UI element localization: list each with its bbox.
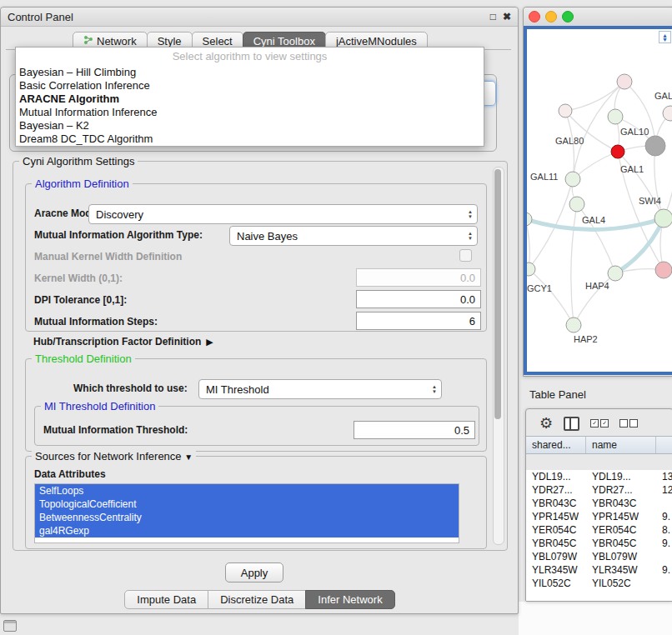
network-node[interactable] <box>559 104 572 118</box>
zoom-traffic-icon[interactable] <box>562 11 574 22</box>
network-node[interactable] <box>645 136 665 156</box>
network-edge[interactable] <box>527 219 529 269</box>
mi-threshold-field[interactable]: 0.5 <box>354 421 475 439</box>
table-cell: YDR27... <box>586 484 656 496</box>
network-node[interactable] <box>617 74 632 89</box>
algorithm-item[interactable]: Dream8 DC_TDC Algorithm <box>16 132 484 146</box>
table-cell: 8. <box>656 524 672 536</box>
float-window-icon[interactable]: □ <box>490 11 496 22</box>
table-row[interactable]: YPR145WYPR145W9. <box>526 510 672 523</box>
network-edge[interactable] <box>618 152 664 218</box>
minimize-traffic-icon[interactable] <box>545 11 557 22</box>
data-attributes-list[interactable]: SelfLoopsTopologicalCoefficientBetweenne… <box>34 483 459 543</box>
network-edge[interactable] <box>565 82 624 111</box>
network-node[interactable] <box>569 197 584 212</box>
network-node[interactable] <box>565 172 580 187</box>
attribute-item[interactable]: gal4RGexp <box>35 524 459 538</box>
mi-threshold-definition-title: MI Threshold Definition <box>41 400 158 412</box>
mi-type-value: Naive Bayes <box>230 230 464 242</box>
algorithm-item[interactable]: Mutual Information Inference <box>16 106 484 119</box>
network-svg: GAL80GAL10GAL11GAL1SWI4GAL4GCY1HAP4HAP2G… <box>527 29 672 372</box>
table-cell: YBL079W <box>586 551 656 562</box>
attribute-item[interactable]: BetweennessCentrality <box>35 511 459 524</box>
column-header[interactable]: shared... <box>526 437 586 453</box>
attribute-item[interactable]: TopologicalCoefficient <box>35 498 459 511</box>
table-toolbar: ⚙ ✓✓ <box>526 409 672 436</box>
table-cell: YIL052C <box>586 578 656 589</box>
table-row[interactable]: YDR27...YDR27...12 <box>526 483 672 497</box>
network-edge[interactable] <box>529 269 574 325</box>
background-area <box>519 602 672 635</box>
column-header[interactable]: name <box>586 437 656 453</box>
hub-definition-expander[interactable]: Hub/Transcription Factor Definition ▶ <box>33 336 213 348</box>
view-scroll-corner[interactable]: ▲▼ <box>659 31 671 43</box>
columns-icon[interactable] <box>564 417 579 431</box>
bottom-tab-discretize-data[interactable]: Discretize Data <box>208 590 306 609</box>
bottom-tab-infer-network[interactable]: Infer Network <box>305 590 394 609</box>
table-cell: YBR045C <box>586 538 656 549</box>
network-edge[interactable] <box>654 146 664 218</box>
network-node[interactable] <box>527 212 532 226</box>
mi-type-select[interactable]: Naive Bayes ▲▼ <box>229 226 478 246</box>
select-all-icon[interactable]: ✓✓ <box>590 419 609 428</box>
network-edge[interactable] <box>571 204 577 325</box>
aracne-mode-select[interactable]: Discovery ▲▼ <box>88 204 478 224</box>
network-window-titlebar[interactable] <box>524 8 672 27</box>
table-cell: 9. <box>656 538 672 549</box>
deselect-all-icon[interactable] <box>619 419 638 428</box>
dpi-tolerance-field[interactable]: 0.0 <box>356 290 481 308</box>
control-panel-titlebar[interactable]: Control Panel □ ✖ <box>1 8 518 27</box>
table-row[interactable]: YBR045CYBR045C9. <box>526 537 672 550</box>
tab-label: Style <box>158 35 182 48</box>
network-node[interactable] <box>611 145 624 158</box>
algorithm-item[interactable]: Basic Correlation Inference <box>16 79 484 92</box>
close-window-icon[interactable]: ✖ <box>503 11 511 22</box>
tab-label: Network <box>97 35 137 48</box>
close-traffic-icon[interactable] <box>529 11 540 22</box>
network-edge[interactable] <box>664 113 672 218</box>
table-cell: YLR345W <box>586 564 656 576</box>
table-row[interactable]: YLR345WYLR345W9. <box>526 563 672 577</box>
expander-collapsed-icon: ▶ <box>206 337 213 348</box>
which-threshold-value: MI Threshold <box>199 383 428 396</box>
network-node[interactable] <box>566 318 581 332</box>
network-canvas[interactable]: GAL80GAL10GAL11GAL1SWI4GAL4GCY1HAP4HAP2G… <box>527 29 672 372</box>
algorithm-definition-title: Algorithm Definition <box>32 178 133 190</box>
algorithm-item[interactable]: ARACNE Algorithm <box>16 92 484 106</box>
network-node[interactable] <box>654 209 672 228</box>
table-row[interactable]: YIL052CYIL052C <box>526 577 672 590</box>
combo-arrows-icon: ▲▼ <box>428 384 441 394</box>
threshold-definition-title: Threshold Definition <box>32 352 135 365</box>
table-row[interactable]: YER054CYER054C8. <box>526 523 672 537</box>
bottom-tab-impute-data[interactable]: Impute Data <box>124 590 208 609</box>
network-view[interactable]: GAL80GAL10GAL11GAL1SWI4GAL4GCY1HAP4HAP2G… <box>524 26 672 375</box>
table-row[interactable]: YBR043CYBR043C <box>526 497 672 510</box>
table-body: YDL19...YDL19...13YDR27...YDR27...12YBR0… <box>526 470 672 601</box>
gear-icon[interactable]: ⚙ <box>539 416 553 431</box>
settings-scrollbar-thumb[interactable] <box>494 169 501 419</box>
network-node[interactable] <box>608 266 623 281</box>
which-threshold-select[interactable]: MI Threshold ▲▼ <box>198 379 442 399</box>
table-cell: 13 <box>656 471 672 482</box>
table-cell: YBR043C <box>586 498 656 509</box>
table-row[interactable]: YDL19...YDL19...13 <box>526 470 672 483</box>
manual-kernel-checkbox[interactable] <box>459 249 472 262</box>
table-row[interactable]: YBL079WYBL079W <box>526 550 672 563</box>
attribute-item[interactable]: SelfLoops <box>35 484 459 498</box>
network-node[interactable] <box>663 106 672 121</box>
network-node[interactable] <box>608 109 623 124</box>
column-header[interactable] <box>656 437 672 453</box>
sources-title[interactable]: Sources for Network Inference ▼ <box>32 450 196 462</box>
network-node[interactable] <box>655 262 672 278</box>
minimized-panel-icon[interactable] <box>3 620 17 632</box>
apply-button[interactable]: Apply <box>225 562 283 582</box>
table-cell: YLR345W <box>526 564 586 576</box>
bottom-tabs: Impute DataDiscretize DataInfer Network <box>1 590 518 609</box>
algorithm-item[interactable]: Bayesian – Hill Climbing <box>16 66 484 79</box>
kernel-width-field[interactable]: 0.0 <box>356 268 481 287</box>
algorithm-item[interactable]: Bayesian – K2 <box>16 119 484 132</box>
mi-steps-field[interactable]: 6 <box>356 312 481 330</box>
settings-scrollbar[interactable] <box>493 167 504 545</box>
mi-steps-label: Mutual Information Steps: <box>34 316 158 328</box>
table-cell: YER054C <box>526 524 586 536</box>
